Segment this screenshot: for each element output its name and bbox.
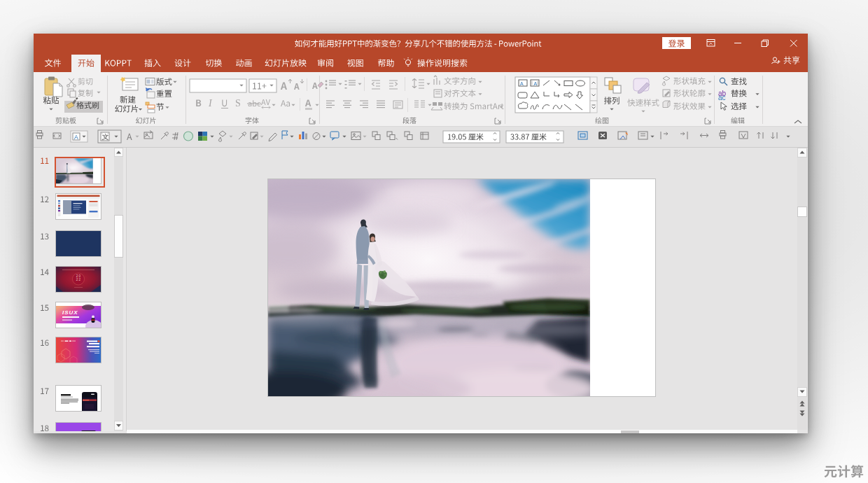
svg-text:S: S bbox=[235, 98, 241, 108]
svg-text:A: A bbox=[74, 134, 78, 141]
svg-text:I: I bbox=[208, 98, 213, 108]
svg-text:A: A bbox=[520, 81, 524, 86]
svg-text:ac: ac bbox=[718, 94, 726, 102]
svg-text:A: A bbox=[534, 81, 538, 86]
